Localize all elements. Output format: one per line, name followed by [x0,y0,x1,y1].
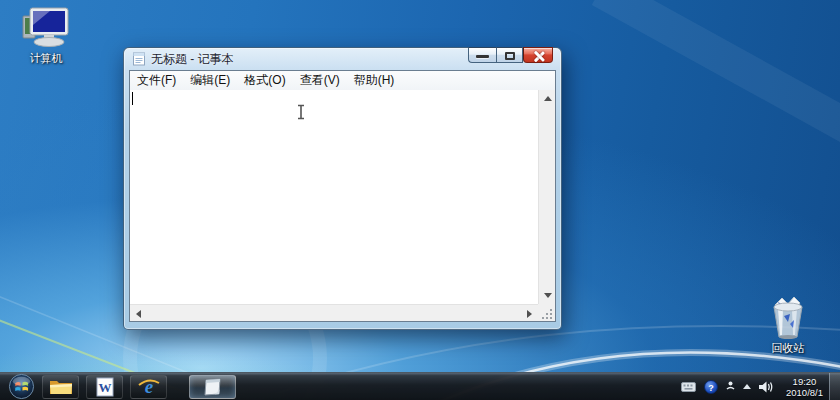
text-caret [132,92,133,105]
scroll-right-button[interactable] [521,305,538,322]
desktop: 计算机 回收站 无标题 - 记事本 [0,0,840,400]
explorer-folder-icon [48,377,74,397]
menu-bar: 文件(F) 编辑(E) 格式(O) 查看(V) 帮助(H) [130,71,555,90]
desktop-icon-label: 计算机 [14,51,78,66]
notepad-window: 无标题 - 记事本 文件(F) 编辑(E) 格式(O) 查看(V) 帮助(H) [123,47,562,330]
internet-explorer-icon: e [137,376,161,398]
menu-edit[interactable]: 编辑(E) [183,71,237,90]
taskbar-clock[interactable]: 19:20 2010/8/1 [786,376,823,398]
window-title: 无标题 - 记事本 [151,51,234,68]
ibeam-cursor [296,104,306,120]
notepad-client-area: 文件(F) 编辑(E) 格式(O) 查看(V) 帮助(H) [129,70,556,322]
close-button[interactable] [523,47,553,63]
system-tray: ? 19:20 2010/8/1 [677,373,840,400]
keyboard-input-icon[interactable] [681,382,696,392]
svg-text:W: W [98,380,111,395]
scrollbar-corner [538,304,555,321]
status-glyph-icon[interactable] [726,381,735,392]
menu-help[interactable]: 帮助(H) [347,71,402,90]
taskbar-button-internet-explorer[interactable]: e [130,375,167,399]
minimize-icon [476,55,489,58]
desktop-icon-label: 回收站 [756,341,820,356]
menu-format[interactable]: 格式(O) [237,71,292,90]
computer-icon [20,6,72,50]
scroll-up-button[interactable] [539,90,556,107]
maximize-icon [505,52,515,60]
scroll-down-button[interactable] [539,287,556,304]
arrow-down-icon [544,293,552,298]
taskbar-button-notepad[interactable] [189,375,236,399]
vertical-scrollbar[interactable] [538,90,555,304]
notepad-taskbar-icon [202,377,224,397]
menu-view[interactable]: 查看(V) [293,71,347,90]
chevron-up-icon [743,384,751,389]
menu-file[interactable]: 文件(F) [130,71,183,90]
window-controls [468,47,553,63]
minimize-button[interactable] [468,47,496,63]
clock-date: 2010/8/1 [786,387,823,398]
show-desktop-button[interactable] [829,373,840,400]
word-icon: W [94,377,116,397]
help-bubble-icon[interactable]: ? [704,380,718,394]
arrow-up-icon [544,96,552,101]
maximize-button[interactable] [496,47,523,63]
close-icon [533,51,544,62]
volume-icon[interactable] [759,381,774,393]
arrow-left-icon [136,310,141,318]
text-input-area[interactable] [130,90,538,304]
start-button[interactable] [8,373,35,400]
desktop-icon-recycle-bin[interactable]: 回收站 [756,296,820,356]
taskbar-button-word[interactable]: W [86,375,123,399]
editor-area [130,90,555,321]
taskbar-button-explorer[interactable] [42,375,79,399]
arrow-right-icon [527,310,532,318]
recycle-bin-icon [766,296,810,340]
scroll-left-button[interactable] [130,305,147,322]
taskbar: W e ? [0,372,840,400]
svg-text:e: e [144,376,153,397]
desktop-icon-computer[interactable]: 计算机 [14,6,78,66]
clock-time: 19:20 [786,376,823,387]
resize-grip[interactable] [542,308,553,319]
show-hidden-icons-button[interactable] [743,384,751,389]
horizontal-scrollbar[interactable] [130,304,538,321]
title-bar[interactable]: 无标题 - 记事本 [124,48,561,70]
notepad-icon [132,52,146,66]
